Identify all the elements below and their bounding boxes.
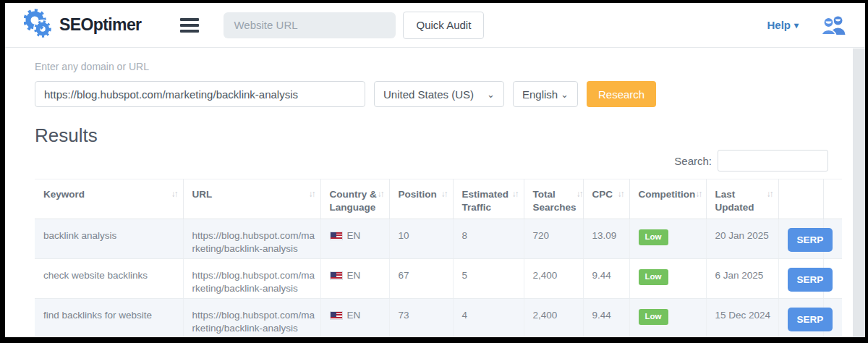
- results-table: Keyword↓↑ URL↓↑ Country & Language↓↑ Pos…: [35, 179, 842, 339]
- seoptimer-logo[interactable]: SEOptimer: [24, 8, 141, 43]
- sort-icon: ↓↑: [378, 188, 386, 200]
- col-header-total-searches[interactable]: Total Searches↓↑: [524, 179, 583, 219]
- col-header-position[interactable]: Position↓↑: [389, 179, 453, 219]
- cell-total-searches: 2,400: [524, 259, 583, 299]
- cell-country-language: EN: [320, 259, 389, 299]
- help-label: Help: [767, 19, 791, 31]
- col-header-country-language[interactable]: Country & Language↓↑: [320, 179, 389, 219]
- cell-estimated-traffic: 8: [453, 219, 524, 259]
- brand-name: SEOptimer: [59, 15, 141, 35]
- cell-serp: SERP: [778, 299, 823, 339]
- search-label: Search:: [674, 155, 712, 167]
- chevron-down-icon: ⌄: [561, 89, 569, 100]
- cell-competition: Low: [629, 219, 706, 259]
- cell-url: https://blog.hubspot.com/marketing/backl…: [183, 259, 320, 299]
- cell-keyword: check website backlinks: [35, 259, 183, 299]
- serp-button[interactable]: SERP: [788, 308, 833, 331]
- cell-keyword: backlink analysis: [35, 219, 183, 259]
- col-header-clipped: [823, 179, 842, 219]
- country-select[interactable]: United States (US) ⌄: [374, 81, 504, 107]
- account-users-icon[interactable]: [820, 15, 846, 35]
- help-menu[interactable]: Help ▾: [767, 19, 799, 31]
- cell-last-updated: 20 Jan 2025: [706, 219, 778, 259]
- sort-icon: ↓↑: [767, 188, 775, 200]
- sort-icon: ↓↑: [576, 188, 585, 200]
- chevron-down-icon: ⌄: [487, 89, 495, 100]
- competition-badge: Low: [639, 269, 668, 285]
- topbar-right: Help ▾: [767, 15, 846, 35]
- table-row: backlink analysis https://blog.hubspot.c…: [35, 219, 842, 259]
- main-content: Enter any domain or URL United States (U…: [5, 48, 865, 339]
- cell-total-searches: 720: [524, 219, 583, 259]
- col-header-keyword[interactable]: Keyword↓↑: [35, 179, 183, 219]
- sort-icon: ↓↑: [618, 188, 626, 200]
- results-heading: Results: [35, 124, 835, 147]
- research-form: United States (US) ⌄ English ⌄ Research: [35, 81, 835, 107]
- cell-url: https://blog.hubspot.com/marketing/backl…: [183, 219, 320, 259]
- seoptimer-gears-icon: [24, 8, 53, 43]
- cell-last-updated: 15 Dec 2024: [706, 299, 778, 339]
- top-navbar: SEOptimer Quick Audit Help ▾: [5, 3, 865, 48]
- cell-country-language: EN: [320, 219, 389, 259]
- table-row: find backlinks for website https://blog.…: [35, 299, 842, 339]
- competition-badge: Low: [639, 309, 668, 325]
- table-search-input[interactable]: [718, 150, 828, 172]
- cell-last-updated: 6 Jan 2025: [706, 259, 778, 299]
- sort-icon: ↓↑: [171, 188, 180, 200]
- cell-competition: Low: [629, 259, 706, 299]
- website-url-input[interactable]: [224, 12, 396, 38]
- sort-icon: ↓↑: [695, 188, 704, 200]
- country-selected-value: United States (US): [383, 88, 474, 101]
- cell-position: 10: [389, 219, 453, 259]
- col-header-last-updated[interactable]: Last Updated↓↑: [706, 179, 778, 219]
- sort-icon: ↓↑: [512, 188, 521, 200]
- caret-down-icon: ▾: [794, 20, 799, 30]
- serp-button[interactable]: SERP: [788, 268, 833, 292]
- cell-url: https://blog.hubspot.com/marketing/backl…: [183, 299, 320, 339]
- app-window: SEOptimer Quick Audit Help ▾: [0, 0, 868, 343]
- cell-cpc: 13.09: [583, 219, 629, 259]
- language-select[interactable]: English ⌄: [513, 81, 578, 107]
- cell-cpc: 9.44: [583, 299, 629, 339]
- cell-position: 73: [389, 299, 453, 339]
- domain-input-label: Enter any domain or URL: [35, 61, 835, 72]
- cell-position: 67: [389, 259, 453, 299]
- col-header-serp: [778, 179, 823, 219]
- hamburger-menu-icon[interactable]: [180, 18, 199, 33]
- domain-url-input[interactable]: [35, 81, 365, 107]
- sort-icon: ↓↑: [441, 188, 450, 200]
- cell-estimated-traffic: 4: [453, 299, 524, 339]
- col-header-competition[interactable]: Competition↓↑: [629, 179, 706, 219]
- us-flag-icon: [330, 232, 343, 240]
- table-search-row: Search:: [35, 150, 835, 172]
- col-header-cpc[interactable]: CPC↓↑: [583, 179, 629, 219]
- page-scrollbar[interactable]: [853, 48, 865, 337]
- cell-serp: SERP: [778, 219, 823, 259]
- serp-button[interactable]: SERP: [788, 228, 833, 252]
- quick-audit-button[interactable]: Quick Audit: [403, 12, 484, 39]
- cell-serp: SERP: [778, 259, 823, 299]
- cell-total-searches: 2,400: [524, 299, 583, 339]
- cell-keyword: find backlinks for website: [35, 299, 183, 339]
- table-row: check website backlinks https://blog.hub…: [35, 259, 842, 299]
- cell-competition: Low: [629, 299, 706, 339]
- table-header-row: Keyword↓↑ URL↓↑ Country & Language↓↑ Pos…: [35, 179, 842, 219]
- competition-badge: Low: [639, 229, 668, 245]
- us-flag-icon: [330, 311, 343, 320]
- language-selected-value: English: [522, 88, 558, 101]
- col-header-estimated-traffic[interactable]: Estimated Traffic↓↑: [453, 179, 524, 219]
- cell-estimated-traffic: 5: [453, 259, 524, 299]
- cell-cpc: 9.44: [583, 259, 629, 299]
- us-flag-icon: [330, 271, 343, 280]
- results-table-wrap: Keyword↓↑ URL↓↑ Country & Language↓↑ Pos…: [35, 179, 835, 339]
- col-header-url[interactable]: URL↓↑: [183, 179, 320, 219]
- research-button[interactable]: Research: [587, 81, 656, 107]
- cell-country-language: EN: [320, 299, 389, 339]
- sort-icon: ↓↑: [309, 188, 318, 200]
